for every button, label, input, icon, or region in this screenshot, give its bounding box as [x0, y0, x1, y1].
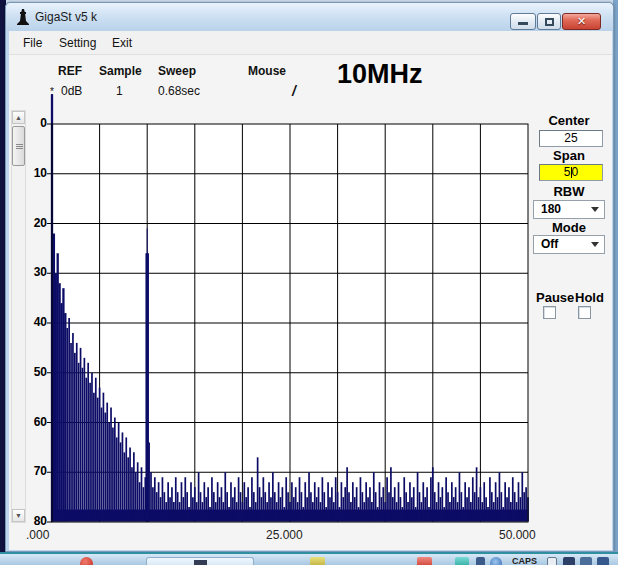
chevron-down-icon: [591, 207, 599, 212]
client-area: REF Sample Sweep Mouse * 0dB 1 0.68sec /…: [9, 55, 612, 550]
taskbar[interactable]: CAPS: [0, 552, 618, 565]
title-bar[interactable]: GigaSt v5 k ✕: [6, 3, 613, 31]
pause-checkbox[interactable]: [543, 306, 556, 319]
minimize-icon: [518, 22, 528, 25]
hold-checkbox[interactable]: [578, 306, 591, 319]
mode-label: Mode: [533, 220, 605, 235]
pause-label: Pause: [536, 290, 574, 305]
tray-icon-3[interactable]: [597, 557, 609, 565]
menu-file[interactable]: File: [23, 36, 42, 50]
y-tick-label: 80: [23, 514, 47, 528]
tray-icon-teal[interactable]: [455, 557, 469, 565]
menu-setting[interactable]: Setting: [59, 36, 96, 50]
maximize-button[interactable]: [537, 13, 561, 30]
minimize-button[interactable]: [510, 13, 536, 30]
y-tick-label: 50: [23, 365, 47, 379]
tray-icon-globe[interactable]: [490, 557, 502, 565]
ref-label: REF: [58, 64, 82, 78]
y-tick-label: 20: [23, 216, 47, 230]
span-input[interactable]: 50: [539, 164, 603, 181]
tray-icon-ime[interactable]: [547, 557, 557, 565]
mode-value: Off: [541, 237, 558, 251]
app-icon: [15, 9, 31, 26]
center-input[interactable]: 25: [539, 130, 603, 147]
hold-label: Hold: [575, 290, 604, 305]
scrollbar-thumb[interactable]: [12, 126, 25, 166]
y-tick-label: 30: [23, 265, 47, 279]
gigast-window: GigaSt v5 k ✕ File Setting Exit REF Samp…: [5, 2, 614, 552]
y-tick-label: 10: [23, 166, 47, 180]
thumb-grip: [16, 144, 23, 145]
x-tick-label-start: .000: [26, 528, 49, 542]
spectrum-plot: [46, 94, 529, 524]
y-tick-label: 70: [23, 464, 47, 478]
y-tick-label: 40: [23, 315, 47, 329]
taskbar-app-icon-yellow[interactable]: [310, 557, 325, 565]
close-button[interactable]: ✕: [562, 13, 601, 30]
rbw-dropdown[interactable]: 180: [533, 200, 605, 219]
taskbar-active-button[interactable]: [146, 557, 254, 565]
menu-bar: File Setting Exit: [9, 31, 612, 55]
sample-label: Sample: [99, 64, 142, 78]
x-tick-label-end: 50.000: [499, 528, 536, 542]
chevron-down-icon: [591, 242, 599, 247]
close-icon: ✕: [563, 15, 600, 28]
tray-icon-1[interactable]: [563, 557, 575, 565]
rbw-value: 180: [541, 202, 561, 216]
tray-icon-2[interactable]: [580, 557, 592, 565]
maximize-icon: [545, 18, 554, 26]
taskbar-app-icon-red[interactable]: [80, 557, 93, 565]
center-label: Center: [533, 113, 605, 128]
desktop: GigaSt v5 k ✕ File Setting Exit REF Samp…: [0, 0, 618, 565]
mode-dropdown[interactable]: Off: [533, 235, 605, 254]
span-label: Span: [533, 148, 605, 163]
y-tick-label: 0: [23, 116, 47, 130]
menu-exit[interactable]: Exit: [112, 36, 132, 50]
y-tick-label: 60: [23, 415, 47, 429]
span-value-left: 5: [564, 165, 571, 179]
window-title: GigaSt v5 k: [35, 10, 97, 24]
x-tick-label-middle: 25.000: [266, 528, 303, 542]
center-frequency-display: 10MHz: [337, 59, 423, 90]
sweep-label: Sweep: [158, 64, 196, 78]
rbw-label: RBW: [533, 184, 605, 199]
tray-icon-person[interactable]: [476, 557, 485, 565]
caps-lock-indicator: CAPS: [512, 556, 537, 565]
taskbar-app-icon: [194, 560, 207, 565]
mouse-label: Mouse: [248, 64, 286, 78]
taskbar-app-icon-red2[interactable]: [417, 557, 432, 565]
span-value-right: 0: [572, 165, 579, 179]
